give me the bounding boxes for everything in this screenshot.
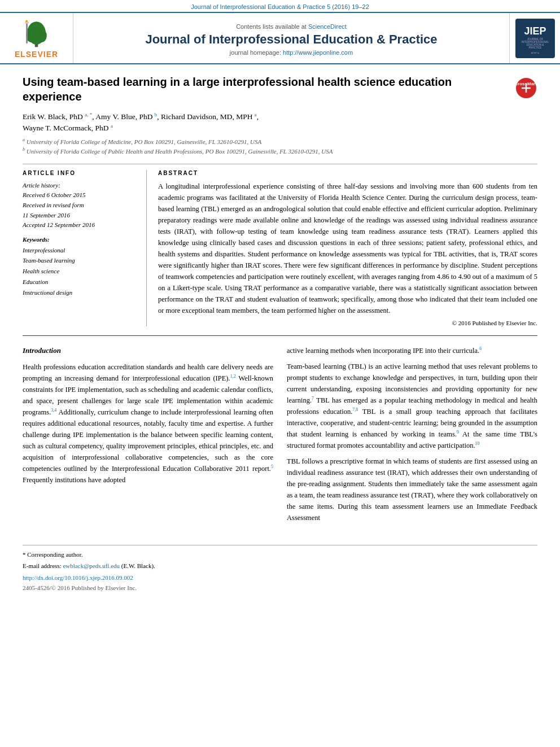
journal-homepage: journal homepage: http://www.jieponline.… [230,49,353,56]
elsevier-text: ELSEVIER [15,50,58,59]
intro-para-3: Team-based learning (TBL) is an active l… [287,361,537,451]
divider-1 [23,164,537,164]
article-info-label: ARTICLE INFO [23,170,137,176]
svg-rect-4 [26,23,28,43]
footer-section: * Corresponding author. E-mail address: … [23,545,537,592]
jiep-logo-section: JIEP JOURNAL OF INTERPROFESSIONAL EDUCAT… [509,13,560,63]
journal-header: ELSEVIER Contents lists available at Sci… [0,13,560,64]
keywords-label: Keywords: [23,236,137,243]
introduction-heading: Introduction [23,345,273,357]
accepted-date: Accepted 12 September 2016 [23,220,137,230]
article-info-column: ARTICLE INFO Article history: Received 6… [23,170,147,326]
elsevier-tree-icon [21,18,52,49]
article-history: Article history: Received 6 October 2015… [23,181,137,230]
journal-header-center: Contents lists available at ScienceDirec… [73,13,509,63]
doi-line: http://dx.doi.org/10.1016/j.xjep.2016.09… [23,573,537,583]
body-divider [23,335,537,336]
intro-para-2: active learning methods when incorporati… [287,345,537,356]
corresponding-author: * Corresponding author. [23,550,537,560]
svg-text:JIEP: JIEP [524,25,546,37]
author-2: Amy V. Blue, PhD b [95,112,157,121]
keywords-list: Interprofessional Team-based learning He… [23,245,137,298]
keyword-4: Education [23,277,137,287]
abstract-column: ABSTRACT A longitudinal interprofessiona… [158,170,537,326]
body-col-right: active learning methods when incorporati… [287,345,537,528]
received-date: Received 6 October 2015 [23,190,137,200]
article-info-abstract: ARTICLE INFO Article history: Received 6… [23,170,537,326]
elsevier-logo-section: ELSEVIER [0,13,73,63]
intro-para-1: Health professions education accreditati… [23,361,273,486]
received-revised-label: Received in revised form [23,200,137,211]
authors: Erik W. Black, PhD a, *, Amy V. Blue, Ph… [23,111,537,134]
svg-text:PRACTICE: PRACTICE [528,46,541,49]
email-link[interactable]: ewblack@peds.ufl.edu [63,562,120,569]
keyword-1: Interprofessional [23,245,137,256]
copyright: © 2016 Published by Elsevier Inc. [158,320,537,326]
affiliation-1: a University of Florida College of Medic… [23,137,537,146]
issn-line: 2405-4526/© 2016 Published by Elsevier I… [23,584,537,591]
svg-point-3 [37,29,47,42]
journal-top-bar: Journal of Interprofessional Education &… [0,0,560,13]
crossmark-icon: CrossMark [515,77,537,99]
author-4: Wayne T. McCormack, PhD a [23,124,113,132]
article-title-section: Using team-based learning in a large int… [23,75,537,104]
history-title: Article history: [23,181,137,191]
intro-para-4: TBL follows a prescriptive format in whi… [287,456,537,523]
keyword-3: Health science [23,266,137,277]
abstract-text: A longitudinal interprofessional experie… [158,181,537,316]
author-1: Erik W. Black, PhD a, * [23,112,92,121]
email-note: E-mail address: ewblack@peds.ufl.edu (E.… [23,561,537,571]
sciencedirect-link[interactable]: ScienceDirect [308,23,347,30]
jiep-logo-icon: JIEP JOURNAL OF INTERPROFESSIONAL EDUCAT… [515,19,555,58]
affiliation-2: b University of Florida College of Publi… [23,146,537,156]
author-3: Richard Davidson, MD, MPH a [161,112,257,121]
affiliations: a University of Florida College of Medic… [23,137,537,156]
article-content: Using team-based learning in a large int… [0,64,560,601]
journal-url[interactable]: http://www.jieponline.com [283,49,353,56]
abstract-label: ABSTRACT [158,170,537,176]
elsevier-logo: ELSEVIER [15,18,58,59]
sciencedirect-text: Contents lists available at ScienceDirec… [236,23,347,30]
keyword-2: Team-based learning [23,255,137,266]
body-col-left: Introduction Health professions educatio… [23,345,273,528]
article-title: Using team-based learning in a large int… [23,75,506,104]
revised-date: 11 September 2016 [23,211,137,221]
svg-point-2 [26,29,36,42]
keyword-5: Instructional design [23,287,137,298]
svg-text:■NAP ■: ■NAP ■ [531,51,539,54]
doi-link[interactable]: http://dx.doi.org/10.1016/j.xjep.2016.09… [23,574,133,581]
svg-point-6 [25,20,28,23]
journal-citation: Journal of Interprofessional Education &… [191,3,369,10]
body-two-col: Introduction Health professions educatio… [23,345,537,528]
journal-title: Journal of Interprofessional Education &… [145,32,437,47]
keywords-section: Keywords: Interprofessional Team-based l… [23,236,137,298]
